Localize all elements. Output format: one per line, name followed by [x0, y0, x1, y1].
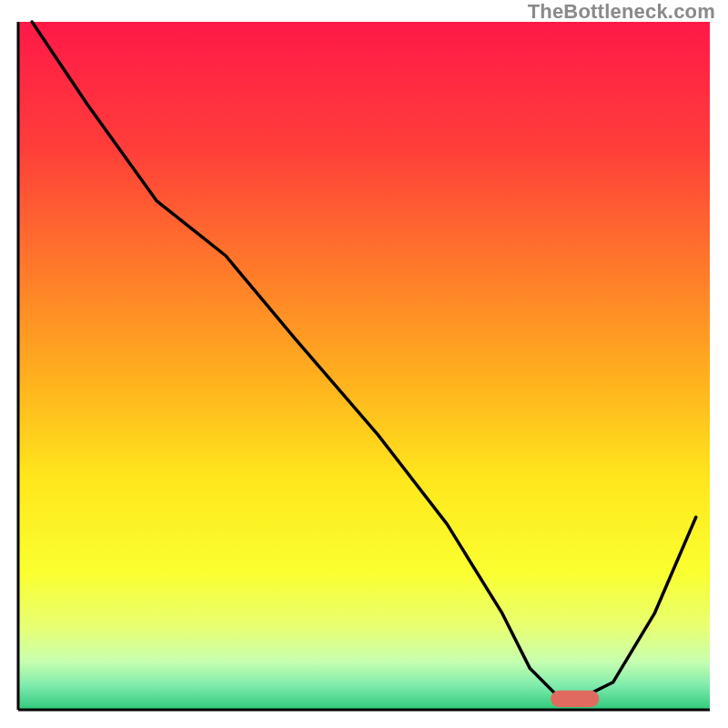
optimal-marker [551, 691, 599, 707]
chart-container [0, 0, 728, 728]
bottleneck-chart [0, 0, 728, 728]
watermark-text: TheBottleneck.com [528, 0, 715, 24]
gradient-background [18, 22, 710, 710]
